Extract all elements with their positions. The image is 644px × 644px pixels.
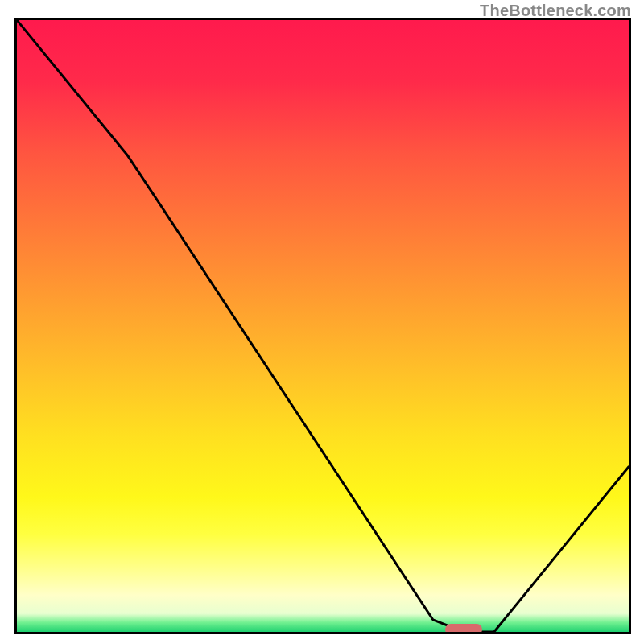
optimal-marker <box>445 624 482 634</box>
bottleneck-curve <box>17 20 629 632</box>
curve-path <box>17 20 629 632</box>
watermark-text: TheBottleneck.com <box>480 2 631 20</box>
chart-frame <box>14 18 631 634</box>
